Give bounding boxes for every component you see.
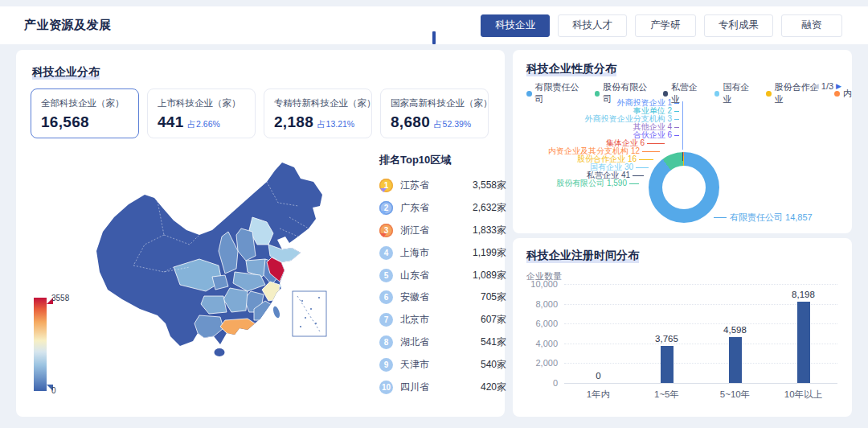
donut-callout: 股份有限公司 1,590 [556,179,639,187]
y-tick-label: 2,000 [535,358,558,368]
map-color-gradient [34,298,47,391]
callout-tick [647,143,665,144]
tab[interactable]: 融资 [781,14,842,37]
legend-label: 国有企业 [723,81,755,105]
bar-value-label: 3,765 [655,334,678,344]
stat-card-label: 上市科技企业（家） [158,97,245,109]
scale-min-label: 0 [51,386,56,395]
region-name: 上海市 [400,246,473,260]
callout-value: 14,857 [785,212,813,222]
rank-badge: 7 [379,313,393,327]
y-tick-label: 8,000 [535,299,558,309]
legend-dot [663,91,668,97]
rank-badge: 9 [379,358,393,372]
legend-item[interactable]: 有限责任公司 [526,81,584,105]
map-region-taiwan [272,306,280,319]
header: 产业资源及发展 科技企业 科技人才 产学研 专利成果 融资 [0,6,868,44]
region-name: 山东省 [400,269,473,282]
region-value: 2,632家 [473,201,506,215]
donut-legend: 有限责任公司 股份有限公司 私营企业 国有企业 股份合作企业 [526,81,852,105]
bar-column: 3,765 1~5年 [633,284,701,383]
region-name: 天津市 [400,358,481,372]
region-value: 420家 [481,381,506,394]
y-tick-label: 4,000 [535,339,558,348]
region-name: 四川省 [400,381,481,394]
bar-value-label: 8,198 [792,290,815,299]
pager-prev-icon[interactable]: ◀ [813,82,819,90]
callout-tick [639,159,653,160]
legend-dot [766,91,772,97]
top10-row: 2 广东省 2,632家 [379,197,506,220]
donut-main-callout: 有限责任公司 14,857 [714,212,813,224]
china-map[interactable] [87,154,336,362]
legend-item[interactable]: 国有企业 [714,81,755,105]
stat-card[interactable]: 国家高新科技企业（家） 8,680 占52.39% [380,88,489,138]
callout-label: 股份有限公司 [556,179,604,187]
region-value: 1,199家 [473,246,506,260]
tab-label: 融资 [802,19,822,32]
map-color-scale: 3558 0 [34,298,47,391]
rank-badge: 1 [379,179,393,192]
bar-column: 0 1年内 [564,284,633,383]
top10-list: 1 江苏省 3,558家 2 广东省 2,632家 3 浙江省 1,833家 [379,175,506,398]
rank-badge: 6 [379,290,393,304]
map-region-hainan [215,348,225,356]
stat-card-value: 8,680 [391,113,430,131]
tab[interactable]: 科技人才 [558,14,627,37]
rank-badge: 8 [379,335,393,349]
x-tick-label: 10年以上 [769,389,837,401]
page-title: 产业资源及发展 [24,18,112,33]
stat-card[interactable]: 上市科技企业（家） 441 占2.66% [147,88,256,138]
top10-row: 1 江苏省 3,558家 [379,175,506,197]
x-tick-label: 1年内 [564,389,633,401]
callout-connector-line [682,101,683,150]
panel-registration-time: 科技企业注册时间分布 企业数量 10,000 8,000 6,000 4,000… [513,238,852,417]
callout-value: 6 [640,139,645,147]
region-name: 安徽省 [400,290,481,304]
tab-label: 科技企业 [495,19,535,32]
callout-tick [629,183,639,184]
rank-badge: 3 [379,224,393,237]
panel-title-nature: 科技企业性质分布 [526,61,616,76]
callout-tick [674,119,679,120]
tab-label: 科技人才 [572,19,612,32]
legend-pager: ◀ 1/3 ▶ [813,81,841,91]
rank-badge: 10 [379,381,393,394]
callout-tick [714,217,727,218]
legend-dot [526,91,532,97]
tab[interactable]: 专利成果 [704,14,773,37]
callout-value: 6 [667,131,672,139]
stat-card-label: 国家高新科技企业（家） [391,97,478,109]
tab[interactable]: 产学研 [635,14,696,37]
panel-title-distribution: 科技企业分布 [32,64,100,80]
panel-title-registration: 科技企业注册时间分布 [526,248,639,263]
pager-next-icon[interactable]: ▶ [836,82,841,90]
callout-tick [674,103,679,104]
region-value: 1,833家 [473,224,506,237]
scale-max-label: 3558 [51,294,69,302]
stat-card[interactable]: 全部科技企业（家） 16,568 [31,88,139,138]
pager-page-indicator: 1/3 [821,81,833,91]
map-region-shanghai [280,284,284,288]
y-tick-label: 0 [553,378,558,388]
stat-card-value: 2,188 [274,113,313,131]
top10-row: 10 四川省 420家 [379,376,506,398]
stat-card[interactable]: 专精特新科技企业（家） 2,188 占13.21% [264,88,372,138]
bar-value-label: 0 [596,371,600,381]
tab[interactable]: 科技企业 [481,14,550,37]
region-name: 北京市 [400,313,481,327]
x-tick-label: 1~5年 [633,389,701,401]
donut-chart[interactable] [649,152,719,223]
callout-tick [674,111,679,112]
top10-row: 3 浙江省 1,833家 [379,220,506,242]
top10-title: 排名Top10区域 [379,153,506,167]
x-tick-label: 5~10年 [701,389,769,401]
region-name: 广东省 [400,201,473,215]
tab-label: 专利成果 [719,19,759,32]
bar-chart[interactable]: 0 1年内 3,765 1~5年 4,598 5~10年 8,198 [564,284,837,383]
top10-row: 6 安徽省 705家 [379,286,506,309]
top10-row: 4 上海市 1,199家 [379,241,506,264]
y-axis-ticks: 10,000 8,000 6,000 4,000 2,000 0 [521,284,558,383]
top10-row: 7 北京市 607家 [379,309,506,331]
region-value: 607家 [481,313,506,327]
